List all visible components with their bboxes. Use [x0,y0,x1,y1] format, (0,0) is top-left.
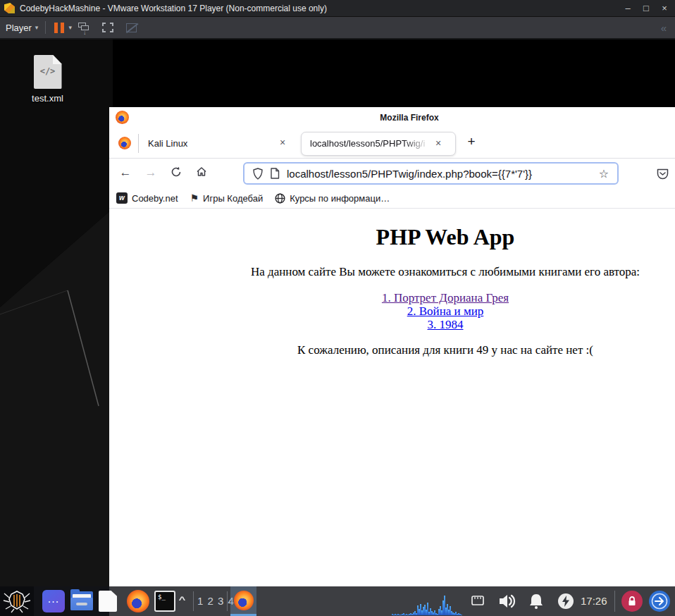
tab-localhost-active[interactable]: localhost/lesson5/PHPTwig/i × [301,132,456,156]
toolbar-divider [45,21,46,34]
bookmark-label: Курсы по информаци… [290,193,390,204]
panel-divider [193,591,194,611]
tab-kali-linux[interactable]: Kali Linux [148,138,187,149]
vmware-titlebar: CodebyHackMashine - VMware Workstation 1… [0,0,675,17]
tab-close-icon[interactable]: × [280,137,285,148]
panel-divider [614,591,615,612]
cycle-monitors-icon[interactable]: ↓ [78,23,89,32]
book-link-3[interactable]: 3. 1984 [428,318,464,331]
tab-close-icon[interactable]: × [435,137,441,149]
lock-icon [626,596,638,607]
site-info-page-icon[interactable] [270,168,280,179]
active-tab-label: localhost/lesson5/PHPTwig/i [310,138,430,149]
terminal-launcher-icon[interactable]: $_ [154,591,175,612]
notifications-bell-icon[interactable] [527,592,545,613]
file-manager-icon[interactable] [70,591,93,610]
caret-down-icon: ▾ [35,24,39,31]
xml-file-icon: </> [34,55,62,89]
page-title: PHP Web App [109,224,675,250]
screen-lock-button[interactable] [621,591,643,612]
intro-text: На данном сайте Вы можете ознакомиться с… [109,265,675,279]
browser-viewport: PHP Web App На данном сайте Вы можете оз… [109,209,675,616]
workspace-switcher[interactable]: 1 2 3 4 [197,595,235,607]
new-tab-button[interactable]: + [463,134,480,149]
url-input[interactable]: localhost/lesson5/PHPTwig/index.php?book… [287,168,532,180]
bookmark-games[interactable]: ⚑ Игры Кодебай [190,192,264,204]
power-manager-icon[interactable] [557,593,574,612]
taskbar: ... ✎ $_ ^ 1 2 3 4 17:26 [0,586,675,616]
not-found-text: К сожалению, описания для книги 49 у нас… [109,343,675,357]
tab-divider [138,134,139,153]
suspend-caret-down-icon[interactable]: ▾ [68,24,72,31]
desktop-icon-test-xml[interactable]: </> test.xml [14,55,81,104]
firefox-titlebar: Mozilla Firefox [109,107,675,128]
vmware-toolbar: Player ▾ ▾ ↓ « [0,17,675,39]
suspend-vm-button[interactable] [54,23,64,33]
tracking-protection-shield-icon[interactable] [252,168,264,180]
bookmark-label: Codeby.net [132,193,178,204]
book-link-2[interactable]: 2. Война и мир [407,304,484,318]
navigation-toolbar: ← → localhost/lesson5/PHPTwig/index.php?… [109,159,675,188]
kali-dragon-icon [3,589,31,613]
book-link-1[interactable]: 1. Портрет Дориана Грея [382,291,509,304]
bookmark-codeby[interactable]: w Codeby.net [116,192,178,204]
arrow-right-circle-icon [650,592,669,610]
desktop-icon-label: test.xml [14,93,81,104]
network-port-icon[interactable] [471,595,485,609]
save-to-pocket-icon[interactable] [656,167,669,183]
session-menu-button[interactable] [649,591,670,612]
window-button-firefox-active[interactable] [230,586,256,616]
codeby-favicon: w [116,192,128,204]
clock[interactable]: 17:26 [581,595,607,607]
firefox-tab-favicon [118,137,131,149]
url-bar[interactable]: localhost/lesson5/PHPTwig/index.php?book… [243,162,619,185]
collapse-toolbar-icon[interactable]: « [661,22,667,34]
bookmarks-toolbar: w Codeby.net ⚑ Игры Кодебай Курсы по инф… [109,188,675,209]
forward-button: → [143,166,159,180]
player-menu[interactable]: Player ▾ [6,23,38,33]
applications-menu-button[interactable] [0,586,34,616]
maximize-button[interactable]: □ [640,2,652,15]
app-launcher-icon[interactable]: ... [42,590,65,612]
fullscreen-icon[interactable] [102,23,113,32]
close-button[interactable]: × [658,2,671,15]
player-menu-label: Player [6,23,32,33]
web-page: PHP Web App На данном сайте Вы можете оз… [109,224,675,357]
panel-divider [227,591,228,611]
firefox-launcher-icon[interactable] [127,590,149,612]
home-button[interactable] [194,166,209,181]
vmware-window-title: CodebyHackMashine - VMware Workstation 1… [20,4,327,13]
bookmark-courses[interactable]: Курсы по информаци… [275,193,390,204]
minimize-button[interactable]: – [621,2,634,15]
panel-expand-chevron-icon[interactable]: ^ [179,595,186,605]
tab-bar: Kali Linux × localhost/lesson5/PHPTwig/i… [109,128,675,159]
text-editor-icon[interactable] [99,591,117,612]
firefox-window: Mozilla Firefox Kali Linux × localhost/l… [109,107,675,616]
unity-disabled-icon [126,23,137,32]
bookmark-label: Игры Кодебай [203,193,263,204]
flag-icon: ⚑ [190,192,199,204]
firefox-window-title: Mozilla Firefox [109,113,675,123]
volume-icon[interactable] [497,592,517,613]
back-button[interactable]: ← [118,166,133,180]
reload-icon[interactable] [168,166,184,181]
vmware-logo-icon [4,3,15,13]
globe-icon [275,193,285,204]
network-graph [392,586,464,615]
firefox-window-icon [234,591,254,610]
bookmark-star-icon[interactable]: ☆ [599,167,609,180]
